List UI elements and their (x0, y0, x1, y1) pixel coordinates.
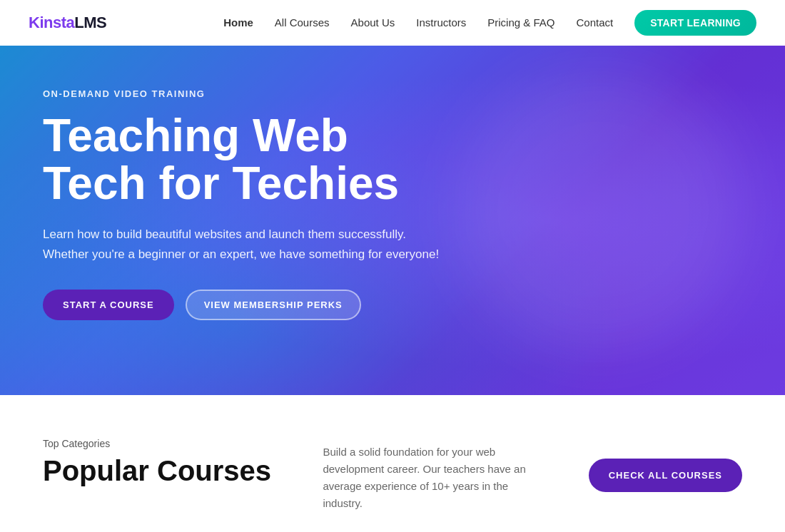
logo-lms: LMS (74, 14, 106, 31)
nav-links: Home All Courses About Us Instructors Pr… (223, 10, 756, 36)
nav-instructors[interactable]: Instructors (416, 16, 466, 29)
courses-header-left: Top Categories Popular Courses (43, 438, 271, 487)
courses-header: Top Categories Popular Courses Build a s… (43, 438, 742, 512)
nav-contact[interactable]: Contact (576, 16, 613, 29)
nav-all-courses[interactable]: All Courses (275, 16, 330, 29)
start-learning-button[interactable]: START LEARNING (634, 10, 756, 36)
courses-section: Top Categories Popular Courses Build a s… (0, 395, 785, 532)
hero-buttons: START A COURSE VIEW MEMBERSHIP PERKS (43, 290, 442, 320)
membership-perks-button[interactable]: VIEW MEMBERSHIP PERKS (186, 290, 361, 320)
logo-kinsta: Kinsta (29, 14, 74, 31)
hero-section: ON-DEMAND VIDEO TRAINING Teaching Web Te… (0, 46, 785, 395)
check-all-courses-button[interactable]: CHECK ALL COURSES (589, 459, 742, 492)
nav-pricing[interactable]: Pricing & FAQ (487, 16, 554, 29)
hero-title-line1: Teaching Web (43, 110, 348, 161)
hero-eyebrow: ON-DEMAND VIDEO TRAINING (43, 88, 442, 99)
hero-title: Teaching Web Tech for Techies (43, 112, 442, 208)
courses-description-block: Build a solid foundation for your web de… (323, 438, 537, 512)
popular-courses-title: Popular Courses (43, 455, 271, 487)
main-nav: KinstaLMS Home All Courses About Us Inst… (0, 0, 785, 46)
nav-about[interactable]: About Us (351, 16, 395, 29)
start-course-button[interactable]: START A COURSE (43, 290, 174, 320)
nav-home[interactable]: Home (223, 16, 253, 29)
hero-content: ON-DEMAND VIDEO TRAINING Teaching Web Te… (43, 88, 442, 320)
top-categories-label: Top Categories (43, 438, 271, 449)
hero-title-line2: Tech for Techies (43, 158, 399, 209)
logo: KinstaLMS (29, 14, 106, 32)
courses-description: Build a solid foundation for your web de… (323, 444, 537, 512)
hero-subtitle: Learn how to build beautiful websites an… (43, 225, 442, 263)
